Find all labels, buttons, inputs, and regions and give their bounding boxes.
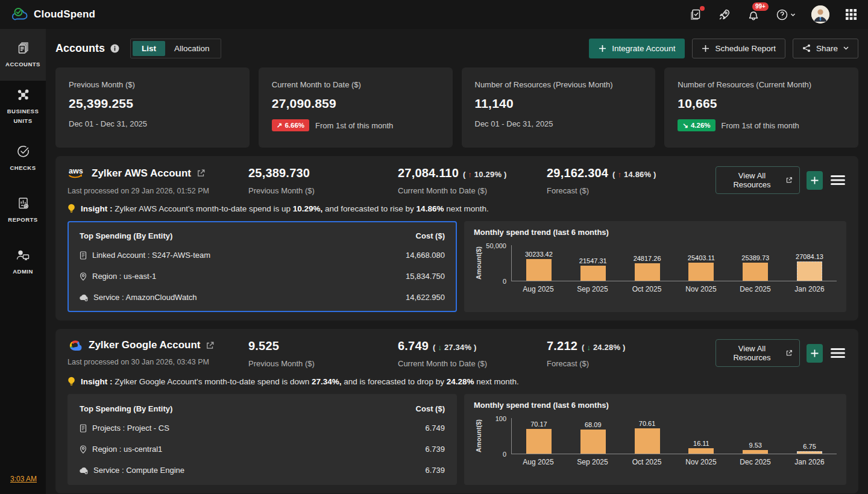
schedule-report-button[interactable]: Schedule Report	[692, 39, 785, 58]
card-previous-month: Previous Month ($) 25,399.255 Dec 01 - D…	[55, 67, 250, 148]
external-link-icon	[786, 349, 792, 357]
table-row-projects[interactable]: Projects : Project - CS 6.749	[80, 417, 445, 439]
reports-icon	[16, 196, 30, 210]
plus-icon	[702, 45, 709, 52]
mtd-change-pct: ↑ 10.29%	[463, 170, 507, 179]
metric-forecast: 7.212 ↓ 24.28% Forecast ($)	[547, 339, 715, 368]
bar-slot: 9.53	[728, 418, 782, 454]
hamburger-menu-icon[interactable]	[829, 346, 846, 360]
bar-slot: 25389.73	[728, 245, 782, 281]
bar	[688, 263, 714, 281]
table-row-linked-account[interactable]: Linked Account : S247-AWS-team 14,668.08…	[80, 245, 445, 266]
bell-icon[interactable]: 99+	[747, 8, 760, 21]
app-title: CloudSpend	[34, 8, 95, 20]
add-budget-button[interactable]	[807, 344, 823, 363]
bar	[743, 263, 768, 281]
bar	[797, 261, 822, 281]
y-axis-label: Amount($)	[474, 418, 483, 454]
x-axis-label: Dec 2025	[728, 458, 782, 466]
aws-logo-icon: aws	[68, 166, 86, 180]
info-icon[interactable]	[110, 44, 119, 53]
bar-value-label: 25403.11	[688, 254, 715, 261]
view-all-resources-button[interactable]: View All Resources	[715, 166, 800, 194]
linked-account-icon	[80, 424, 87, 433]
checks-icon	[16, 145, 30, 158]
external-link-icon[interactable]	[206, 342, 214, 349]
bar	[688, 448, 714, 454]
main-content: Accounts List Allocation Integrate Accou…	[46, 29, 868, 494]
last-processed: Last processed on 29 Jan 2026, 01:52 PM	[68, 187, 248, 195]
bar	[635, 263, 660, 281]
table-row-service[interactable]: Service : Compute Engine 6.739	[80, 460, 445, 481]
chevron-down-icon	[843, 46, 849, 50]
time-link[interactable]: 3:03 AM	[10, 475, 37, 483]
x-axis-label: Oct 2025	[620, 285, 674, 293]
bar	[743, 450, 768, 454]
plus-icon	[810, 176, 819, 185]
bar	[797, 451, 822, 454]
avatar[interactable]	[811, 5, 829, 23]
google-cloud-logo-icon	[68, 339, 83, 351]
bar-value-label: 24817.26	[634, 255, 661, 262]
last-processed: Last processed on 30 Jan 2026, 03:43 PM	[68, 358, 248, 366]
account-card-google: Zylker Google Account Last processed on …	[55, 329, 858, 493]
card-value: 10,665	[678, 96, 845, 111]
app-logo[interactable]: CloudSpend	[12, 7, 95, 22]
account-name-link[interactable]: Zylker Google Account	[89, 339, 200, 351]
forecast-change-pct: ↓ 24.28%	[582, 343, 626, 352]
chevron-down-icon	[790, 13, 796, 17]
topbar: CloudSpend	[0, 0, 868, 29]
service-icon	[80, 294, 88, 301]
trend-up-arrow-icon: ↗	[277, 121, 283, 130]
arrow-down-icon: ↓	[438, 343, 442, 352]
external-link-icon[interactable]	[197, 169, 205, 177]
table-row-region[interactable]: Region : us-central1 6.739	[80, 439, 445, 460]
sidebar-item-admin[interactable]: ADMIN	[0, 236, 46, 288]
svg-text:aws: aws	[69, 167, 83, 175]
card-resources-previous-month: Number of Resources (Previous Month) 11,…	[462, 67, 656, 148]
x-axis-label: Sep 2025	[565, 458, 620, 466]
tab-list[interactable]: List	[133, 41, 165, 56]
sidebar-item-accounts[interactable]: ACCOUNTS	[0, 29, 46, 81]
integrate-account-button[interactable]: Integrate Account	[589, 39, 685, 58]
x-axis-label: Aug 2025	[511, 285, 565, 293]
insight-row: Insight : Zylker Google Account's month-…	[68, 377, 846, 387]
help-menu[interactable]	[776, 8, 796, 21]
x-axis-label: Sep 2025	[565, 285, 620, 293]
mtd-change-pct: ↓ 27.34%	[433, 343, 477, 352]
rocket-icon[interactable]	[718, 8, 731, 21]
lightbulb-icon	[68, 204, 75, 214]
metric-month-to-date: 27,084.110 ↑ 10.29% Current Month to Dat…	[398, 166, 547, 195]
bar-slot: 70.61	[620, 418, 675, 454]
bar	[526, 259, 552, 281]
card-value: 27,090.859	[272, 96, 439, 111]
top-spending-table: Top Spending (By Entity) Cost ($) Projec…	[68, 394, 457, 485]
bar-value-label: 27084.13	[796, 253, 823, 260]
x-axis-label: Nov 2025	[674, 285, 728, 293]
tasks-icon[interactable]	[689, 8, 702, 21]
help-icon	[776, 8, 788, 21]
hamburger-menu-icon[interactable]	[829, 174, 846, 187]
linked-account-icon	[80, 251, 87, 260]
share-button[interactable]: Share	[793, 39, 858, 58]
account-name-link[interactable]: Zylker AWS Account	[92, 167, 191, 180]
card-period: Dec 01 - Dec 31, 2025	[69, 119, 147, 128]
sidebar-item-business-units[interactable]: BUSINESS UNITS	[0, 81, 46, 133]
metric-forecast: 29,162.304 ↑ 14.86% Forecast ($)	[547, 166, 715, 195]
sidebar-item-checks[interactable]: CHECKS	[0, 133, 46, 184]
top-spending-title: Top Spending (By Entity)	[80, 404, 172, 413]
sidebar-item-reports[interactable]: REPORTS	[0, 184, 46, 236]
bar-value-label: 70.61	[639, 420, 656, 427]
add-budget-button[interactable]	[807, 171, 823, 190]
view-all-resources-button[interactable]: View All Resources	[715, 339, 800, 367]
y-axis-ticks: 50,000 0	[483, 245, 511, 281]
apps-grid-icon[interactable]	[845, 8, 857, 20]
table-row-region[interactable]: Region : us-east-1 15,834.750	[80, 266, 445, 287]
trend-down-arrow-icon: ↘	[682, 121, 688, 130]
monthly-spend-chart: Monthly spend trend (last 6 months) Amou…	[464, 221, 846, 312]
tab-allocation[interactable]: Allocation	[165, 41, 219, 56]
table-row-service[interactable]: Service : AmazonCloudWatch 14,622.950	[80, 287, 445, 308]
card-current-month-to-date: Current Month to Date ($) 27,090.859 ↗6.…	[259, 67, 453, 148]
forecast-change-pct: ↑ 14.86%	[612, 170, 656, 179]
notification-count-badge: 99+	[752, 2, 769, 11]
